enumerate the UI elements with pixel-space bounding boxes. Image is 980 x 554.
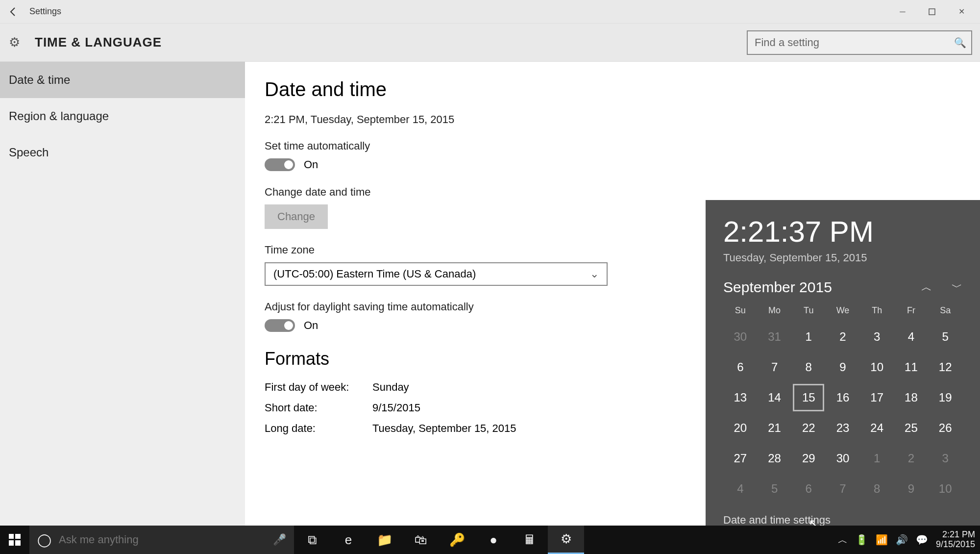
calendar-day[interactable]: 2: [826, 322, 860, 352]
calendar-day[interactable]: 14: [758, 382, 792, 413]
calendar-day[interactable]: 8: [860, 474, 894, 504]
svg-rect-3: [9, 540, 14, 546]
long-date-label: Long date:: [265, 422, 372, 435]
tray-expand-icon[interactable]: ︿: [838, 533, 848, 547]
calendar-day[interactable]: 9: [894, 474, 929, 504]
search-icon: 🔍: [954, 37, 966, 49]
task-view-button[interactable]: ⧉: [294, 526, 330, 554]
sidebar-item-region-language[interactable]: Region & language: [0, 98, 245, 134]
maximize-button[interactable]: [917, 2, 947, 22]
content-pane: Date and time 2:21 PM, Tuesday, Septembe…: [245, 62, 980, 526]
wifi-icon[interactable]: 📶: [876, 534, 888, 546]
date-time-settings-link[interactable]: Date and time settings: [723, 514, 962, 526]
short-date-label: Short date:: [265, 402, 372, 414]
calendar-day[interactable]: 6: [723, 352, 758, 382]
page-heading: Date and time: [265, 78, 960, 101]
sidebar-item-label: Date & time: [9, 73, 70, 87]
calendar-dow: We: [826, 305, 860, 322]
calendar-day[interactable]: 10: [928, 474, 962, 504]
calendar-day[interactable]: 4: [894, 322, 929, 352]
calendar-day[interactable]: 29: [791, 443, 826, 474]
calendar-day[interactable]: 12: [928, 352, 962, 382]
section-header: ⚙ TIME & LANGUAGE 🔍: [0, 24, 980, 62]
svg-rect-0: [929, 9, 935, 15]
taskbar: ◯ 🎤 ⧉ e 📁 🛍 🔑 ● 🖩 ⚙ ︿ 🔋 📶 🔊 💬 2:21 PM 9/…: [0, 526, 980, 554]
calendar-day[interactable]: 30: [826, 443, 860, 474]
search-input[interactable]: [747, 30, 972, 55]
month-prev-button[interactable]: ︿: [921, 280, 932, 295]
calendar-day[interactable]: 20: [723, 413, 758, 443]
tray-time: 2:21 PM: [936, 530, 975, 540]
svg-rect-4: [15, 540, 21, 546]
calendar-day[interactable]: 15: [791, 382, 826, 413]
month-next-button[interactable]: ﹀: [952, 280, 962, 295]
action-center-icon[interactable]: 💬: [916, 534, 928, 546]
sidebar-item-speech[interactable]: Speech: [0, 134, 245, 171]
calendar-day[interactable]: 18: [894, 382, 929, 413]
calendar-day[interactable]: 19: [928, 382, 962, 413]
calendar-day[interactable]: 4: [723, 474, 758, 504]
calendar-day[interactable]: 23: [826, 413, 860, 443]
calendar-day[interactable]: 24: [860, 413, 894, 443]
calendar-dow: Th: [860, 305, 894, 322]
calendar-day[interactable]: 26: [928, 413, 962, 443]
calendar-day[interactable]: 8: [791, 352, 826, 382]
calendar-day[interactable]: 22: [791, 413, 826, 443]
calendar-day[interactable]: 3: [860, 322, 894, 352]
tray-clock[interactable]: 2:21 PM 9/15/2015: [936, 530, 975, 550]
calendar-day[interactable]: 30: [723, 322, 758, 352]
minimize-button[interactable]: ─: [888, 2, 917, 22]
clock-flyout: 2:21:37 PM Tuesday, September 15, 2015 S…: [706, 200, 980, 526]
microphone-icon[interactable]: 🎤: [265, 533, 294, 546]
calendar-day[interactable]: 5: [758, 474, 792, 504]
calendar-day[interactable]: 16: [826, 382, 860, 413]
calendar-day[interactable]: 1: [860, 443, 894, 474]
svg-rect-1: [9, 534, 14, 539]
calendar-day[interactable]: 25: [894, 413, 929, 443]
calendar-day[interactable]: 6: [791, 474, 826, 504]
calendar-day[interactable]: 28: [758, 443, 792, 474]
settings-taskbar-icon[interactable]: ⚙: [548, 526, 584, 554]
change-button[interactable]: Change: [265, 204, 328, 229]
flyout-time: 2:21:37 PM: [723, 215, 962, 249]
firefox-icon[interactable]: ●: [475, 526, 512, 554]
dst-toggle[interactable]: [265, 319, 295, 332]
calendar-day[interactable]: 31: [758, 322, 792, 352]
sidebar-item-date-time[interactable]: Date & time: [0, 62, 245, 98]
cortana-search[interactable]: ◯ 🎤: [29, 526, 294, 554]
calendar-dow: Mo: [758, 305, 792, 322]
calendar-day[interactable]: 21: [758, 413, 792, 443]
app-icon[interactable]: 🔑: [439, 526, 475, 554]
change-datetime-label: Change date and time: [265, 186, 960, 199]
edge-icon[interactable]: e: [330, 526, 367, 554]
volume-icon[interactable]: 🔊: [896, 534, 908, 546]
set-time-auto-toggle[interactable]: [265, 158, 295, 171]
calendar-day[interactable]: 2: [894, 443, 929, 474]
file-explorer-icon[interactable]: 📁: [367, 526, 403, 554]
titlebar: Settings ─ ✕: [0, 0, 980, 24]
cortana-input[interactable]: [59, 533, 265, 546]
store-icon[interactable]: 🛍: [403, 526, 439, 554]
calendar-day[interactable]: 7: [758, 352, 792, 382]
calendar-day[interactable]: 13: [723, 382, 758, 413]
calendar-day[interactable]: 10: [860, 352, 894, 382]
battery-icon[interactable]: 🔋: [856, 534, 868, 546]
calculator-icon[interactable]: 🖩: [512, 526, 548, 554]
calendar-day[interactable]: 7: [826, 474, 860, 504]
calendar-day[interactable]: 3: [928, 443, 962, 474]
calendar-day[interactable]: 9: [826, 352, 860, 382]
calendar-day[interactable]: 11: [894, 352, 929, 382]
close-button[interactable]: ✕: [947, 2, 976, 22]
calendar-day[interactable]: 27: [723, 443, 758, 474]
calendar-day[interactable]: 5: [928, 322, 962, 352]
timezone-select[interactable]: (UTC-05:00) Eastern Time (US & Canada) ⌄: [265, 262, 608, 286]
sidebar-item-label: Speech: [9, 146, 49, 159]
start-button[interactable]: [0, 526, 29, 554]
tray-date: 9/15/2015: [936, 540, 975, 550]
calendar-day[interactable]: 1: [791, 322, 826, 352]
svg-rect-2: [15, 534, 21, 539]
gear-icon: ⚙: [9, 35, 20, 50]
calendar-day[interactable]: 17: [860, 382, 894, 413]
app-title: Settings: [29, 6, 61, 17]
back-button[interactable]: [4, 2, 24, 22]
